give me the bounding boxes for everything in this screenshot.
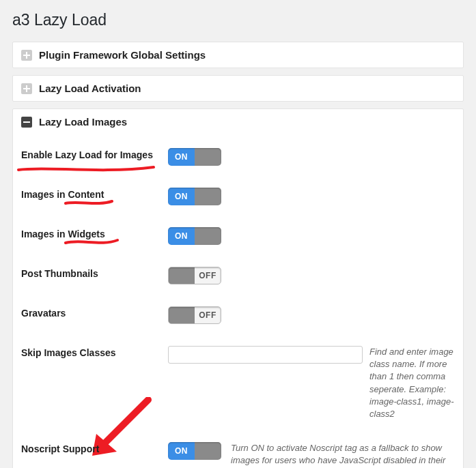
row-skip-images-classes: Skip Images Classes Find and enter image… — [13, 335, 463, 431]
label-images-in-content: Images in Content — [21, 188, 168, 200]
panel-body-images: Enable Lazy Load for Images ON Images in… — [13, 134, 463, 468]
label-enable-lazy-load: Enable Lazy Load for Images — [21, 148, 168, 160]
toggle-enable-lazy-load[interactable]: ON — [168, 148, 221, 166]
toggle-knob — [195, 227, 221, 245]
panel-title: Lazy Load Images — [39, 116, 127, 128]
expand-icon — [21, 50, 32, 61]
page-title: a3 Lazy Load — [12, 11, 464, 29]
label-gravatars: Gravatars — [21, 306, 168, 319]
desc-noscript-support: Turn ON to activate Noscript tag as a fa… — [231, 442, 455, 468]
toggle-images-in-widgets[interactable]: ON — [168, 227, 221, 245]
toggle-on-label: ON — [168, 148, 195, 166]
collapse-icon — [21, 117, 32, 128]
panel-plugin-framework: Plugin Framework Global Settings — [12, 42, 464, 68]
row-gravatars: Gravatars OFF — [13, 295, 463, 335]
toggle-on-label: ON — [168, 442, 195, 460]
toggle-knob — [195, 188, 221, 205]
toggle-post-thumbnails[interactable]: OFF — [168, 267, 221, 284]
toggle-images-in-content[interactable]: ON — [168, 188, 221, 205]
label-images-in-widgets: Images in Widgets — [21, 227, 168, 239]
expand-icon — [21, 83, 32, 94]
label-skip-images-classes: Skip Images Classes — [21, 346, 168, 358]
toggle-off-label: OFF — [195, 307, 221, 323]
input-skip-images-classes[interactable] — [168, 346, 363, 364]
toggle-knob — [169, 307, 195, 323]
panel-head-plugin-framework[interactable]: Plugin Framework Global Settings — [13, 42, 463, 68]
panel-head-activation[interactable]: Lazy Load Activation — [13, 76, 463, 101]
toggle-on-label: ON — [168, 188, 195, 205]
toggle-knob — [195, 442, 221, 460]
desc-skip-images-classes: Find and enter image class name. If more… — [369, 346, 455, 420]
toggle-knob — [195, 148, 221, 166]
row-images-in-content: Images in Content ON — [13, 177, 463, 216]
row-post-thumbnails: Post Thumbnails OFF — [13, 256, 463, 295]
label-noscript-support: Noscript Support — [21, 442, 168, 454]
label-post-thumbnails: Post Thumbnails — [21, 267, 168, 279]
toggle-knob — [169, 267, 195, 284]
toggle-off-label: OFF — [195, 267, 221, 284]
row-enable-lazy-load: Enable Lazy Load for Images ON — [13, 137, 463, 177]
panel-lazy-load-activation: Lazy Load Activation — [12, 75, 464, 102]
panel-title: Plugin Framework Global Settings — [39, 49, 206, 61]
panel-head-images[interactable]: Lazy Load Images — [13, 109, 463, 134]
toggle-gravatars[interactable]: OFF — [168, 306, 221, 324]
panel-title: Lazy Load Activation — [39, 83, 141, 94]
row-noscript-support: Noscript Support ON Turn ON to activate … — [13, 431, 463, 468]
panel-lazy-load-images: Lazy Load Images Enable Lazy Load for Im… — [12, 108, 464, 468]
toggle-noscript-support[interactable]: ON — [168, 442, 221, 460]
row-images-in-widgets: Images in Widgets ON — [13, 216, 463, 256]
toggle-on-label: ON — [168, 227, 195, 245]
